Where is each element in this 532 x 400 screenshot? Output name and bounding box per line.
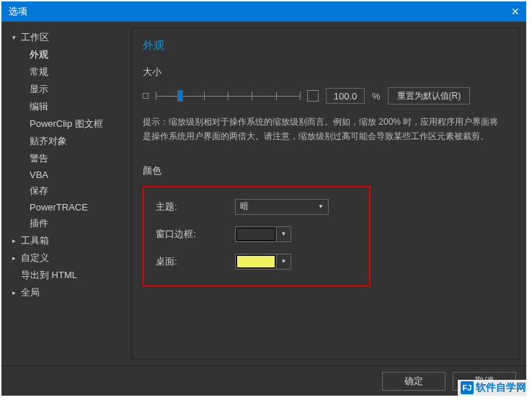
sidebar-item-toolbox[interactable]: ▸工具箱 <box>12 232 131 249</box>
size-min-icon <box>143 93 148 99</box>
sidebar-item-powertrace[interactable]: PowerTRACE <box>12 200 131 215</box>
sidebar-item-appearance[interactable]: 外观 <box>12 46 131 63</box>
options-dialog: 选项 × ▾工作区 外观 常规 显示 编辑 PowerClip 图文框 贴齐对象… <box>1 1 526 396</box>
border-color-swatch <box>236 228 275 241</box>
theme-value: 暗 <box>240 200 249 213</box>
size-slider[interactable] <box>156 89 300 103</box>
close-icon[interactable]: × <box>511 4 519 19</box>
theme-label: 主题: <box>156 200 235 213</box>
size-input[interactable] <box>326 88 365 104</box>
section-title: 外观 <box>143 39 504 53</box>
sidebar-item-powerclip[interactable]: PowerClip 图文框 <box>12 115 131 133</box>
arrow-right-icon: ▸ <box>12 237 19 244</box>
size-checkbox[interactable] <box>307 90 319 102</box>
sidebar-item-custom[interactable]: ▸自定义 <box>12 249 131 267</box>
chevron-down-icon: ▼ <box>318 203 324 210</box>
theme-dropdown[interactable]: 暗 ▼ <box>235 199 329 215</box>
sidebar-item-warnings[interactable]: 警告 <box>12 150 131 167</box>
sidebar-item-save[interactable]: 保存 <box>12 182 131 200</box>
sidebar-item-export-html[interactable]: 导出到 HTML <box>12 267 131 284</box>
size-label: 大小 <box>143 66 504 79</box>
sidebar-item-global[interactable]: ▸全局 <box>12 284 131 301</box>
border-label: 窗口边框: <box>156 228 235 241</box>
sidebar-item-edit[interactable]: 编辑 <box>12 98 131 115</box>
color-section-label: 颜色 <box>143 164 504 177</box>
reset-button[interactable]: 重置为默认值(R) <box>388 87 471 105</box>
desktop-color-picker[interactable]: ▼ <box>235 254 291 270</box>
arrow-right-icon: ▸ <box>12 254 19 262</box>
sidebar-item-workspace[interactable]: ▾工作区 <box>12 29 131 46</box>
sidebar-item-snap[interactable]: 贴齐对象 <box>12 133 131 150</box>
content-panel: 外观 大小 % 重置为默认值(R) 提示：缩放级别相对于操作系统的缩放级别而言。… <box>131 27 519 360</box>
ok-button[interactable]: 确定 <box>382 372 445 391</box>
window-title: 选项 <box>9 5 27 18</box>
sidebar-item-display[interactable]: 显示 <box>12 81 131 98</box>
slider-thumb[interactable] <box>177 90 183 102</box>
sidebar: ▾工作区 外观 常规 显示 编辑 PowerClip 图文框 贴齐对象 警告 V… <box>1 22 131 365</box>
footer: 确定 取消 <box>1 365 526 396</box>
watermark-text: 软件自学网 <box>476 381 526 394</box>
percent-label: % <box>372 91 381 102</box>
color-highlight-box: 主题: 暗 ▼ 窗口边框: ▼ 桌面: <box>143 186 371 287</box>
border-color-picker[interactable]: ▼ <box>235 226 291 242</box>
watermark: FJ 软件自学网 <box>458 380 529 396</box>
titlebar: 选项 × <box>1 1 526 22</box>
sidebar-item-general[interactable]: 常规 <box>12 63 131 81</box>
desktop-label: 桌面: <box>156 255 235 268</box>
sidebar-item-plugins[interactable]: 插件 <box>12 215 131 232</box>
arrow-right-icon: ▸ <box>12 289 19 296</box>
chevron-down-icon: ▼ <box>276 227 291 241</box>
size-row: % 重置为默认值(R) <box>143 87 504 105</box>
sidebar-item-vba[interactable]: VBA <box>12 167 131 182</box>
watermark-logo: FJ <box>461 381 474 394</box>
chevron-down-icon: ▼ <box>276 254 291 269</box>
hint-text: 提示：缩放级别相对于操作系统的缩放级别而言。例如，缩放 200% 时，应用程序用… <box>143 115 504 144</box>
desktop-color-swatch <box>236 255 275 268</box>
arrow-down-icon: ▾ <box>12 34 19 41</box>
